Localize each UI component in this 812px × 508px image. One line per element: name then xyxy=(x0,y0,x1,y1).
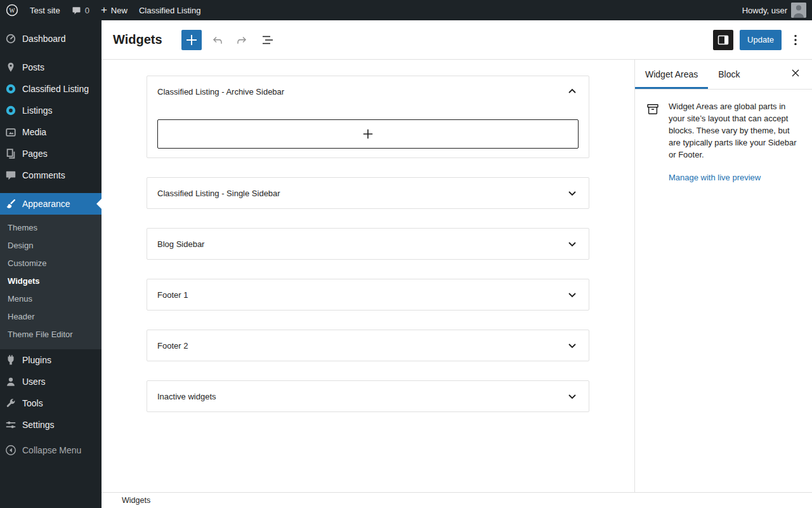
sidebar-item-plugins[interactable]: Plugins xyxy=(0,349,102,371)
appearance-submenu: Themes Design Customize Widgets Menus He… xyxy=(0,215,102,349)
submenu-item-customize[interactable]: Customize xyxy=(0,255,102,272)
panel-header-inactive-widgets[interactable]: Inactive widgets xyxy=(147,381,589,411)
menu-separator xyxy=(0,50,102,57)
panel-header-footer-2[interactable]: Footer 2 xyxy=(147,330,589,361)
sidebar-item-tools[interactable]: Tools xyxy=(0,392,102,414)
widget-area-panel: Footer 1 xyxy=(147,279,589,311)
admin-bar-site-name[interactable]: Test site xyxy=(24,0,66,20)
sidebar-item-appearance[interactable]: Appearance xyxy=(0,193,102,215)
svg-text:W: W xyxy=(10,8,15,14)
update-button[interactable]: Update xyxy=(740,30,782,50)
sidebar-item-comments[interactable]: Comments xyxy=(0,164,102,186)
sidebar-item-pages[interactable]: Pages xyxy=(0,143,102,164)
panel-header-archive-sidebar[interactable]: Classified Listing - Archive Sidebar xyxy=(147,76,589,107)
editor-canvas: Classified Listing - Archive Sidebar xyxy=(102,60,634,492)
chevron-down-icon xyxy=(565,338,580,353)
admin-bar-left: W Test site 0 + New Classified Listing xyxy=(0,0,206,20)
editor-header-left: Widgets xyxy=(113,30,278,50)
sidebar-item-listings[interactable]: Listings xyxy=(0,100,102,121)
close-settings-button[interactable] xyxy=(785,64,806,84)
admin-bar-classified-listing[interactable]: Classified Listing xyxy=(133,0,207,20)
pages-icon xyxy=(5,148,16,159)
wp-logo[interactable]: W xyxy=(0,0,24,20)
page-title: Widgets xyxy=(113,32,162,47)
undo-icon xyxy=(209,32,225,48)
manage-live-preview-link[interactable]: Manage with live preview xyxy=(669,173,761,182)
widget-areas-description-block: Widget Areas are global parts in your si… xyxy=(669,101,802,183)
chevron-down-icon xyxy=(565,287,580,302)
sidebar-item-dashboard[interactable]: Dashboard xyxy=(0,28,102,50)
block-appender-button[interactable] xyxy=(157,119,579,149)
plus-icon xyxy=(184,32,199,48)
tab-block[interactable]: Block xyxy=(708,60,750,89)
sidebar-item-settings[interactable]: Settings xyxy=(0,414,102,436)
widgets-editor: Widgets xyxy=(102,20,812,508)
collapse-menu-button[interactable]: Collapse Menu xyxy=(0,439,102,461)
redo-icon xyxy=(235,32,250,48)
wordpress-icon: W xyxy=(6,4,18,17)
admin-bar-comments[interactable]: 0 xyxy=(66,0,95,20)
dashboard-icon xyxy=(5,33,16,44)
posts-pin-icon xyxy=(5,62,16,73)
admin-menu: Dashboard Posts Classified Listing Listi xyxy=(0,20,102,508)
undo-button[interactable] xyxy=(207,30,227,50)
widget-area-panel: Inactive widgets xyxy=(147,380,589,412)
redo-button[interactable] xyxy=(232,30,252,50)
comments-bubble-icon xyxy=(72,6,81,15)
editor-header: Widgets xyxy=(102,20,812,60)
appearance-brush-icon xyxy=(5,198,16,210)
widget-area-panel: Footer 2 xyxy=(147,330,589,361)
admin-bar-new[interactable]: + New xyxy=(95,0,133,20)
settings-sliders-icon xyxy=(5,419,16,431)
users-icon xyxy=(5,376,16,387)
kebab-icon xyxy=(788,32,803,48)
breadcrumb: Widgets xyxy=(122,496,150,505)
user-avatar xyxy=(791,3,806,18)
settings-sidebar-toggle[interactable] xyxy=(713,30,733,50)
panel-header-footer-1[interactable]: Footer 1 xyxy=(147,279,589,310)
sidebar-item-users[interactable]: Users xyxy=(0,371,102,392)
listings-icon xyxy=(5,105,16,116)
classified-listing-icon xyxy=(5,83,16,95)
sidebar-item-classified-listing[interactable]: Classified Listing xyxy=(0,78,102,100)
widget-areas-description: Widget Areas are global parts in your si… xyxy=(669,101,802,161)
add-block-button[interactable] xyxy=(181,30,202,50)
submenu-item-header[interactable]: Header xyxy=(0,308,102,326)
comments-icon xyxy=(5,170,16,181)
list-view-button[interactable] xyxy=(258,30,278,50)
inspector-body: Widget Areas are global parts in your si… xyxy=(635,90,812,194)
tab-widget-areas[interactable]: Widget Areas xyxy=(635,60,708,89)
chevron-down-icon xyxy=(565,236,580,251)
inspector-sidebar: Widget Areas Block Widget xyxy=(634,60,812,492)
plus-icon: + xyxy=(101,4,107,15)
panel-header-single-sidebar[interactable]: Classified Listing - Single Sidebar xyxy=(147,178,589,208)
submenu-item-themes[interactable]: Themes xyxy=(0,219,102,237)
widget-area-panel: Classified Listing - Single Sidebar xyxy=(147,177,589,209)
sidebar-item-posts[interactable]: Posts xyxy=(0,57,102,78)
editor-body: Classified Listing - Archive Sidebar xyxy=(102,60,812,492)
inspector-tabs: Widget Areas Block xyxy=(635,60,812,90)
comments-count: 0 xyxy=(85,6,89,15)
widget-area-panel: Blog Sidebar xyxy=(147,228,589,260)
breadcrumb-bar: Widgets xyxy=(102,492,812,508)
media-icon xyxy=(5,126,16,138)
panel-body-archive-sidebar xyxy=(147,107,589,157)
sidebar-item-media[interactable]: Media xyxy=(0,121,102,143)
menu-separator xyxy=(0,186,102,193)
panel-header-blog-sidebar[interactable]: Blog Sidebar xyxy=(147,229,589,259)
plugins-icon xyxy=(5,354,16,366)
submenu-item-design[interactable]: Design xyxy=(0,237,102,255)
chevron-down-icon xyxy=(565,389,580,404)
submenu-item-menus[interactable]: Menus xyxy=(0,290,102,308)
admin-bar: W Test site 0 + New Classified Listing xyxy=(0,0,812,20)
widget-area-panels: Classified Listing - Archive Sidebar xyxy=(147,76,589,412)
submenu-item-theme-file-editor[interactable]: Theme File Editor xyxy=(0,326,102,344)
options-menu-button[interactable] xyxy=(788,30,803,50)
layout: Dashboard Posts Classified Listing Listi xyxy=(0,20,812,508)
widget-area-panel: Classified Listing - Archive Sidebar xyxy=(147,76,589,158)
admin-bar-account[interactable]: Howdy, user xyxy=(737,0,812,20)
submenu-item-widgets[interactable]: Widgets xyxy=(0,272,102,290)
sidebar-layout-icon xyxy=(716,32,731,48)
chevron-down-icon xyxy=(565,185,580,201)
screen: W Test site 0 + New Classified Listing xyxy=(0,0,812,508)
